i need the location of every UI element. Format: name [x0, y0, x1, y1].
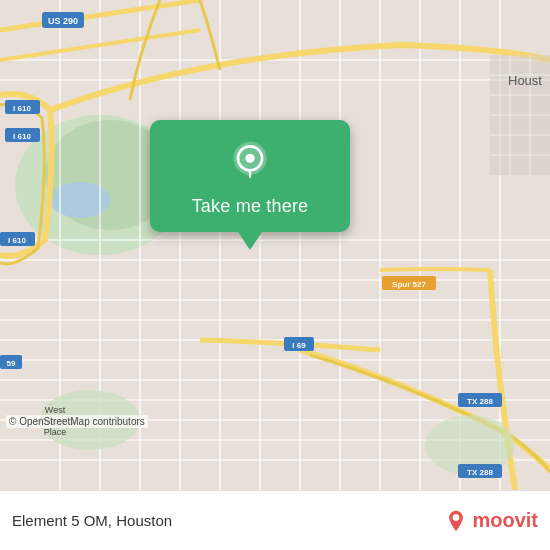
map-container: US 290 I 610 I 610 I 610 59 Spur 527 I 6…: [0, 0, 550, 490]
osm-credit: © OpenStreetMap contributors: [6, 415, 148, 428]
svg-text:I 610: I 610: [8, 236, 26, 245]
svg-text:US 290: US 290: [48, 16, 78, 26]
svg-text:I 610: I 610: [13, 132, 31, 141]
svg-point-67: [453, 514, 460, 521]
location-label: Element 5 OM, Houston: [12, 512, 172, 529]
bottom-bar: Element 5 OM, Houston moovit: [0, 490, 550, 550]
svg-text:Houst: Houst: [508, 73, 542, 88]
svg-text:Spur 527: Spur 527: [392, 280, 426, 289]
moovit-logo: moovit: [444, 509, 538, 533]
moovit-label: moovit: [472, 509, 538, 532]
svg-text:59: 59: [7, 359, 16, 368]
svg-text:Place: Place: [44, 427, 67, 437]
take-me-there-button[interactable]: Take me there: [192, 196, 309, 217]
location-pin-icon: [226, 138, 274, 186]
svg-text:I 610: I 610: [13, 104, 31, 113]
svg-text:TX 288: TX 288: [467, 468, 493, 477]
svg-point-66: [245, 154, 254, 163]
svg-text:I 69: I 69: [292, 341, 306, 350]
moovit-pin-icon: [444, 509, 468, 533]
svg-text:TX 288: TX 288: [467, 397, 493, 406]
popup-card: Take me there: [150, 120, 350, 232]
svg-text:West: West: [45, 405, 66, 415]
svg-point-3: [50, 182, 110, 218]
